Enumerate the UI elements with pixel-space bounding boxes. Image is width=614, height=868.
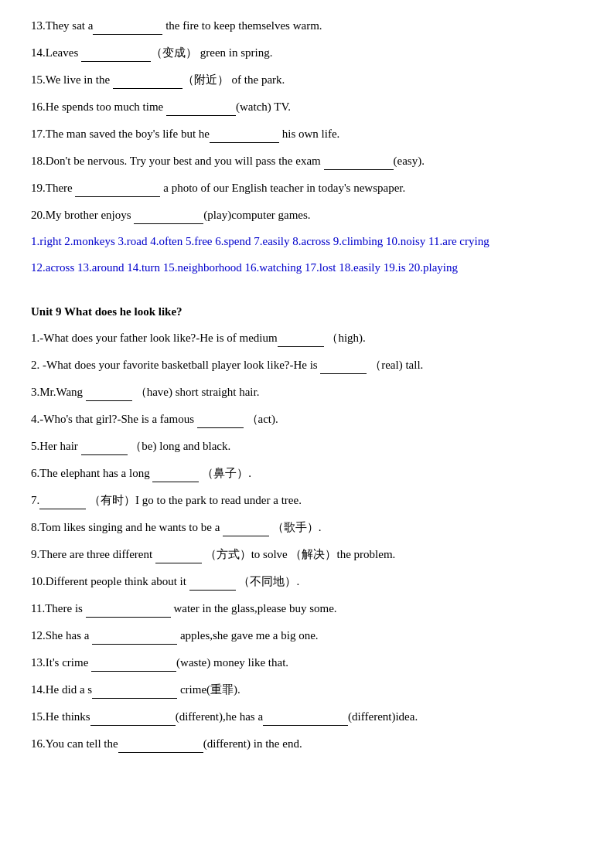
u9-line-13-rest: (waste) money like that. bbox=[176, 656, 288, 669]
line-19-rest: a photo of our English teacher in today'… bbox=[160, 182, 405, 194]
u9-blank-11 bbox=[86, 598, 171, 618]
u9-blank-7 bbox=[39, 490, 86, 509]
u9-line-7-rest: （有时）I go to the park to read under a tre… bbox=[86, 494, 302, 506]
line-15: 15.We live in the （附近） of the park. bbox=[31, 70, 583, 89]
blank-18 bbox=[324, 151, 394, 170]
u9-line-15-rest: (different)idea. bbox=[348, 710, 418, 723]
line-17: 17.The man saved the boy's life but he h… bbox=[31, 124, 583, 143]
line-20: 20.My brother enjoys (play)computer game… bbox=[31, 205, 583, 224]
u9-line-3-text: 3.Mr.Wang bbox=[31, 386, 86, 398]
u9-line-6: 6.The elephant has a long （鼻子）. bbox=[31, 463, 583, 482]
u9-line-10-text: 10.Different people think about it bbox=[31, 575, 189, 587]
u9-line-10-rest: （不同地）. bbox=[236, 575, 300, 587]
line-13-text: 13.They sat a bbox=[31, 19, 93, 32]
u9-line-3: 3.Mr.Wang （have) short straight hair. bbox=[31, 382, 583, 401]
u9-line-16-rest: (different) in the end. bbox=[203, 737, 302, 750]
u9-line-14-text: 14.He did a s bbox=[31, 683, 92, 696]
line-18: 18.Don't be nervous. Try your best and y… bbox=[31, 151, 583, 170]
u9-line-13: 13.It's crime (waste) money like that. bbox=[31, 652, 583, 672]
line-18-text: 18.Don't be nervous. Try your best and y… bbox=[31, 155, 324, 167]
u9-blank-4 bbox=[197, 409, 244, 428]
line-13-rest: the fire to keep themselves warm. bbox=[162, 19, 322, 32]
u9-blank-3 bbox=[86, 382, 132, 401]
u9-line-14-rest: crime(重罪). bbox=[177, 683, 240, 696]
u9-line-4-text: 4.-Who's that girl?-She is a famous bbox=[31, 413, 197, 425]
u9-line-12-rest: apples,she gave me a big one. bbox=[177, 629, 318, 642]
u9-line-8-rest: （歌手）. bbox=[269, 521, 322, 533]
u9-line-2-text: 2. -What does your favorite basketball p… bbox=[31, 359, 320, 371]
line-20-rest: (play)computer games. bbox=[203, 209, 310, 221]
u9-line-9-rest: （方式）to solve （解决）the problem. bbox=[202, 548, 395, 560]
blank-19 bbox=[75, 178, 160, 197]
blank-13 bbox=[93, 15, 162, 35]
u9-blank-14 bbox=[92, 679, 177, 699]
u9-line-14: 14.He did a s crime(重罪). bbox=[31, 679, 583, 699]
u9-blank-2 bbox=[320, 355, 367, 374]
section-title-unit9: Unit 9 What does he look like? bbox=[31, 305, 583, 318]
line-14: 14.Leaves （变成） green in spring. bbox=[31, 43, 583, 62]
line-14-text: 14.Leaves bbox=[31, 46, 81, 59]
u9-line-9: 9.There are three different （方式）to solve… bbox=[31, 544, 583, 563]
u9-line-8: 8.Tom likes singing and he wants to be a… bbox=[31, 517, 583, 536]
line-17-rest: his own life. bbox=[279, 128, 339, 140]
u9-line-6-rest: （鼻子）. bbox=[199, 467, 251, 479]
u9-blank-15a bbox=[90, 706, 176, 726]
u9-blank-1 bbox=[278, 328, 324, 347]
u9-line-2: 2. -What does your favorite basketball p… bbox=[31, 355, 583, 374]
line-19-text: 19.There bbox=[31, 182, 75, 194]
u9-line-1: 1.-What does your father look like?-He i… bbox=[31, 328, 583, 347]
u9-line-1-text: 1.-What does your father look like?-He i… bbox=[31, 332, 278, 344]
u9-line-11-rest: water in the glass,please buy some. bbox=[171, 602, 337, 614]
blank-20 bbox=[134, 205, 203, 224]
u9-line-12: 12.She has a apples,she gave me a big on… bbox=[31, 625, 583, 645]
u9-line-16: 16.You can tell the (different) in the e… bbox=[31, 734, 583, 753]
u9-line-9-text: 9.There are three different bbox=[31, 548, 155, 560]
u9-line-13-text: 13.It's crime bbox=[31, 656, 91, 669]
u9-blank-10 bbox=[189, 571, 236, 591]
u9-line-7-text: 7. bbox=[31, 494, 39, 506]
u9-blank-6 bbox=[152, 463, 199, 482]
u9-blank-8 bbox=[223, 517, 269, 536]
line-15-rest: （附近） of the park. bbox=[182, 73, 285, 86]
u9-blank-13 bbox=[91, 652, 176, 672]
u9-line-5: 5.Her hair （be) long and black. bbox=[31, 436, 583, 455]
line-19: 19.There a photo of our English teacher … bbox=[31, 178, 583, 197]
u9-line-4-rest: （act). bbox=[244, 413, 278, 425]
u9-line-4: 4.-Who's that girl?-She is a famous （act… bbox=[31, 409, 583, 428]
line-13: 13.They sat a the fire to keep themselve… bbox=[31, 15, 583, 35]
u9-line-3-rest: （have) short straight hair. bbox=[132, 386, 260, 398]
u9-line-5-rest: （be) long and black. bbox=[128, 440, 231, 452]
u9-line-10: 10.Different people think about it （不同地）… bbox=[31, 571, 583, 591]
answers-line1: 1.right 2.monkeys 3.road 4.often 5.free … bbox=[31, 232, 583, 252]
line-15-text: 15.We live in the bbox=[31, 73, 113, 86]
line-16: 16.He spends too much time (watch) TV. bbox=[31, 97, 583, 116]
line-16-rest: (watch) TV. bbox=[236, 100, 291, 113]
u9-line-11-text: 11.There is bbox=[31, 602, 86, 614]
u9-line-7: 7. （有时）I go to the park to read under a … bbox=[31, 490, 583, 509]
u9-line-1-rest: （high). bbox=[324, 332, 366, 344]
line-16-text: 16.He spends too much time bbox=[31, 100, 166, 113]
u9-blank-16 bbox=[118, 734, 203, 753]
u9-line-6-text: 6.The elephant has a long bbox=[31, 467, 152, 479]
u9-line-15: 15.He thinks (different),he has a (diffe… bbox=[31, 706, 583, 726]
u9-line-15-mid: (different),he has a bbox=[176, 710, 263, 723]
line-17-text: 17.The man saved the boy's life but he bbox=[31, 128, 210, 140]
u9-line-2-rest: （real) tall. bbox=[367, 359, 423, 371]
u9-blank-5 bbox=[81, 436, 128, 455]
u9-line-8-text: 8.Tom likes singing and he wants to be a bbox=[31, 521, 223, 533]
blank-14 bbox=[81, 43, 151, 62]
line-14-rest: （变成） green in spring. bbox=[151, 46, 272, 59]
u9-line-5-text: 5.Her hair bbox=[31, 440, 81, 452]
u9-blank-15b bbox=[263, 706, 348, 726]
blank-15 bbox=[113, 70, 182, 89]
line-20-text: 20.My brother enjoys bbox=[31, 209, 134, 221]
u9-blank-9 bbox=[155, 544, 202, 563]
u9-line-11: 11.There is water in the glass,please bu… bbox=[31, 598, 583, 618]
blank-17 bbox=[210, 124, 279, 143]
answers-line2: 12.across 13.around 14.turn 15.neighborh… bbox=[31, 258, 583, 278]
blank-16 bbox=[166, 97, 236, 116]
u9-line-15-text: 15.He thinks bbox=[31, 710, 90, 723]
line-18-rest: (easy). bbox=[394, 155, 425, 167]
u9-blank-12 bbox=[92, 625, 177, 645]
u9-line-12-text: 12.She has a bbox=[31, 629, 92, 642]
